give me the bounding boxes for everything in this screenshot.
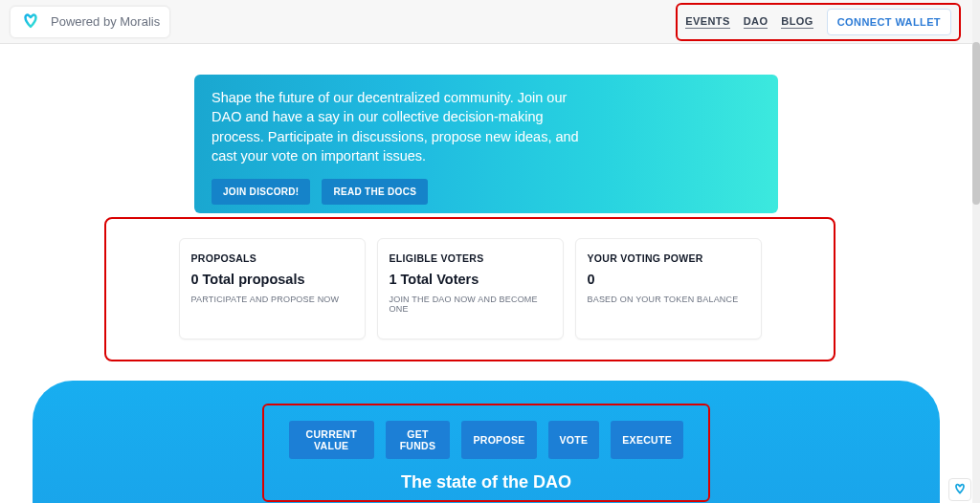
moralis-widget-icon[interactable] bbox=[948, 478, 971, 501]
stat-value: 0 Total proposals bbox=[191, 272, 353, 287]
hero-text: Shape the future of our decentralized co… bbox=[212, 88, 594, 165]
stat-value: 1 Total Voters bbox=[390, 272, 551, 287]
nav-blog[interactable]: BLOG bbox=[781, 15, 813, 29]
scrollbar-track[interactable] bbox=[972, 0, 980, 503]
stat-card-proposals: PROPOSALS 0 Total proposals PARTICIPATE … bbox=[179, 238, 366, 339]
stat-title: YOUR VOTING POWER bbox=[588, 252, 749, 264]
stat-card-power: YOUR VOTING POWER 0 BASED ON YOUR TOKEN … bbox=[575, 238, 762, 339]
moralis-logo-icon bbox=[20, 11, 41, 33]
read-docs-button[interactable]: READ THE DOCS bbox=[322, 179, 428, 205]
app-header: Powered by Moralis EVENTS DAO BLOG CONNE… bbox=[0, 0, 972, 44]
vote-button[interactable]: VOTE bbox=[548, 421, 600, 459]
stat-card-voters: ELIGIBLE VOTERS 1 Total Voters JOIN THE … bbox=[377, 238, 564, 339]
stat-subtext: BASED ON YOUR TOKEN BALANCE bbox=[588, 295, 749, 304]
stats-row: PROPOSALS 0 Total proposals PARTICIPATE … bbox=[106, 238, 834, 339]
dao-actions-annotation: CURRENT VALUE GET FUNDS PROPOSE VOTE EXE… bbox=[262, 404, 710, 502]
nav-events[interactable]: EVENTS bbox=[685, 15, 729, 29]
stats-annotation-box: PROPOSALS 0 Total proposals PARTICIPATE … bbox=[104, 217, 835, 361]
execute-button[interactable]: EXECUTE bbox=[611, 421, 683, 459]
scrollbar-thumb[interactable] bbox=[972, 42, 980, 205]
join-discord-button[interactable]: JOIN DISCORD! bbox=[212, 179, 310, 205]
stat-title: ELIGIBLE VOTERS bbox=[390, 252, 551, 264]
stat-subtext: JOIN THE DAO NOW AND BECOME ONE bbox=[390, 295, 551, 314]
connect-wallet-button[interactable]: CONNECT WALLET bbox=[827, 9, 951, 35]
propose-button[interactable]: PROPOSE bbox=[461, 421, 536, 459]
dao-state-title: The state of the DAO bbox=[401, 472, 571, 492]
app-viewport: Powered by Moralis EVENTS DAO BLOG CONNE… bbox=[0, 0, 980, 503]
current-value-button[interactable]: CURRENT VALUE bbox=[289, 421, 374, 459]
header-nav-annotation: EVENTS DAO BLOG CONNECT WALLET bbox=[676, 3, 961, 41]
brand-text: Powered by Moralis bbox=[51, 14, 160, 29]
stat-subtext: PARTICIPATE AND PROPOSE NOW bbox=[191, 295, 353, 304]
dao-action-row: CURRENT VALUE GET FUNDS PROPOSE VOTE EXE… bbox=[289, 421, 683, 459]
hero-button-row: JOIN DISCORD! READ THE DOCS bbox=[212, 179, 757, 205]
stat-value: 0 bbox=[588, 272, 749, 287]
stat-title: PROPOSALS bbox=[191, 252, 353, 264]
dao-state-panel: CURRENT VALUE GET FUNDS PROPOSE VOTE EXE… bbox=[33, 381, 940, 503]
brand-badge[interactable]: Powered by Moralis bbox=[10, 6, 170, 38]
get-funds-button[interactable]: GET FUNDS bbox=[386, 421, 451, 459]
nav-dao[interactable]: DAO bbox=[744, 15, 768, 29]
hero-banner: Shape the future of our decentralized co… bbox=[194, 75, 778, 213]
